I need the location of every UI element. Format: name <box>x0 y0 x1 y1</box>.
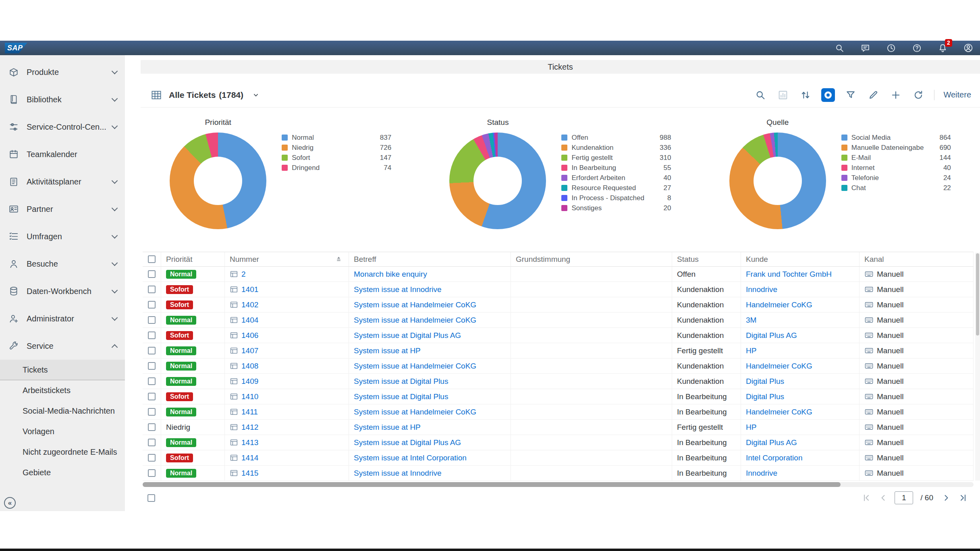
customer-link[interactable]: 3M <box>746 316 756 325</box>
legend-item-offen[interactable]: Offen 988 <box>561 133 671 143</box>
next-page-button[interactable] <box>941 492 952 503</box>
table-row-1402[interactable]: Sofort 1402 System issue at Handelmeier … <box>143 297 974 313</box>
sidebar-item-besuche[interactable]: Besuche <box>0 250 125 278</box>
table-row-1404[interactable]: Normal 1404 System issue at Handelmeier … <box>143 313 974 328</box>
customer-link[interactable]: Handelmeier CoKG <box>746 362 812 371</box>
table-row-1401[interactable]: Sofort 1401 System issue at Innodrive Ku… <box>143 282 974 297</box>
legend-item-in-bearbeitung[interactable]: In Bearbeitung 55 <box>561 163 671 173</box>
sidebar-item-produkte[interactable]: Produkte <box>0 58 125 86</box>
ticket-subject-link[interactable]: System issue at HP <box>354 423 421 432</box>
column-header-kanal[interactable]: Kanal <box>860 252 974 266</box>
customer-link[interactable]: Handelmeier CoKG <box>746 300 812 309</box>
customer-link[interactable]: Innodrive <box>746 469 777 478</box>
column-header-nummer[interactable]: Nummer <box>225 252 349 266</box>
sidebar-item-umfragen[interactable]: Umfragen <box>0 223 125 250</box>
ticket-number-link[interactable]: 1407 <box>241 346 258 355</box>
legend-item-e-mail[interactable]: E-Mail 144 <box>841 153 951 163</box>
sidebar-item-bibliothek[interactable]: Bibliothek <box>0 86 125 113</box>
ticket-subject-link[interactable]: System issue at Digital Plus <box>354 392 448 401</box>
page-input[interactable] <box>895 491 913 504</box>
sidebar-item-teamkalender[interactable]: Teamkalender <box>0 141 125 168</box>
sort-icon[interactable] <box>799 88 812 102</box>
ticket-number-link[interactable]: 2 <box>241 270 246 279</box>
sidebar-subitem-arbeitstickets[interactable]: Arbeitstickets <box>0 380 125 401</box>
legend-item-manuelle-dateneingabe[interactable]: Manuelle Dateneingabe 690 <box>841 143 951 153</box>
legend-item-sonstiges[interactable]: Sonstiges 20 <box>561 203 671 213</box>
table-row-1415[interactable]: Normal 1415 System issue at Innodrive In… <box>143 466 974 481</box>
legend-item-in-process-dispatched[interactable]: In Process - Dispatched 8 <box>561 193 671 203</box>
column-header-priorität[interactable]: Priorität <box>161 252 225 266</box>
legend-item-normal[interactable]: Normal 837 <box>282 133 391 143</box>
legend-item-niedrig[interactable]: Niedrig 726 <box>282 143 391 153</box>
sidebar-subitem-tickets[interactable]: Tickets <box>0 360 125 380</box>
refresh-icon[interactable] <box>911 88 925 102</box>
avatar-icon[interactable] <box>963 43 974 53</box>
sidebar-subitem-social-media-nachrichten[interactable]: Social-Media-Nachrichten <box>0 401 125 421</box>
legend-item-sofort[interactable]: Sofort 147 <box>282 153 391 163</box>
ticket-number-link[interactable]: 1413 <box>241 438 258 447</box>
column-header-grundstimmung[interactable]: Grundstimmung <box>511 252 672 266</box>
ticket-number-link[interactable]: 1415 <box>241 469 258 478</box>
table-row-1413[interactable]: Normal 1413 System issue at Digital Plus… <box>143 435 974 450</box>
customer-link[interactable]: Digital Plus AG <box>746 438 797 447</box>
ticket-subject-link[interactable]: System issue at Handelmeier CoKG <box>354 408 476 416</box>
more-button[interactable]: Weitere <box>943 90 971 99</box>
ticket-subject-link[interactable]: System issue at Innodrive <box>354 469 442 478</box>
ticket-subject-link[interactable]: System issue at Handelmeier CoKG <box>354 300 476 309</box>
row-checkbox[interactable] <box>148 286 156 293</box>
legend-item-kundenaktion[interactable]: Kundenaktion 336 <box>561 143 671 153</box>
view-selector-chevron-icon[interactable] <box>249 88 263 102</box>
legend-item-chat[interactable]: Chat 22 <box>841 183 951 193</box>
help-icon[interactable] <box>911 43 922 53</box>
customer-link[interactable]: Innodrive <box>746 285 777 294</box>
donut-chart-quelle[interactable] <box>729 133 826 229</box>
analytics-icon[interactable] <box>776 88 790 102</box>
ticket-number-link[interactable]: 1408 <box>241 362 258 371</box>
row-checkbox[interactable] <box>148 469 156 477</box>
row-checkbox[interactable] <box>148 454 156 462</box>
row-checkbox[interactable] <box>148 270 156 278</box>
legend-item-telefonie[interactable]: Telefonie 24 <box>841 173 951 183</box>
column-header-status[interactable]: Status <box>672 252 741 266</box>
table-row-1414[interactable]: Sofort 1414 System issue at Intel Corpor… <box>143 450 974 466</box>
row-checkbox[interactable] <box>148 362 156 370</box>
ticket-subject-link[interactable]: System issue at Handelmeier CoKG <box>354 316 476 325</box>
ticket-number-link[interactable]: 1411 <box>241 408 258 416</box>
first-page-button[interactable] <box>861 492 872 503</box>
column-header-kunde[interactable]: Kunde <box>741 252 860 266</box>
ticket-subject-link[interactable]: System issue at Digital Plus AG <box>354 438 461 447</box>
legend-item-dringend[interactable]: Dringend 74 <box>282 163 391 173</box>
customer-link[interactable]: HP <box>746 346 756 355</box>
ticket-number-link[interactable]: 1401 <box>241 285 258 294</box>
sidebar-item-service-control-cen[interactable]: Service-Control-Cen... <box>0 113 125 141</box>
table-row-1412[interactable]: Niedrig 1412 System issue at HP Fertig g… <box>143 420 974 435</box>
add-icon[interactable] <box>889 88 903 102</box>
legend-item-social-media[interactable]: Social Media 864 <box>841 133 951 143</box>
legend-item-fertig-gestellt[interactable]: Fertig gestellt 310 <box>561 153 671 163</box>
ticket-subject-link[interactable]: System issue at Handelmeier CoKG <box>354 362 476 371</box>
table-row-2[interactable]: Normal 2 Monarch bike enquiry Offen Fran… <box>143 267 974 282</box>
ticket-number-link[interactable]: 1410 <box>241 392 258 401</box>
row-checkbox[interactable] <box>148 439 156 446</box>
row-checkbox[interactable] <box>148 316 156 324</box>
sidebar-item-administrator[interactable]: Administrator <box>0 305 125 332</box>
ticket-subject-link[interactable]: System issue at Intel Corporation <box>354 454 467 462</box>
legend-item-internet[interactable]: Internet 40 <box>841 163 951 173</box>
ticket-subject-link[interactable]: System issue at HP <box>354 346 421 355</box>
row-checkbox[interactable] <box>148 301 156 309</box>
ticket-subject-link[interactable]: System issue at Digital Plus <box>354 377 448 386</box>
ticket-subject-link[interactable]: System issue at Innodrive <box>354 285 442 294</box>
last-page-button[interactable] <box>957 492 969 503</box>
table-row-1408[interactable]: Normal 1408 System issue at Handelmeier … <box>143 358 974 374</box>
footer-checkbox[interactable] <box>147 494 155 502</box>
row-checkbox[interactable] <box>148 393 156 400</box>
customer-link[interactable]: Intel Corporation <box>746 454 802 462</box>
sidebar-subitem-nicht-zugeordnete-e-mails[interactable]: Nicht zugeordnete E-Mails <box>0 442 125 462</box>
edit-icon[interactable] <box>866 88 880 102</box>
history-icon[interactable] <box>886 43 896 53</box>
ticket-subject-link[interactable]: System issue at Digital Plus AG <box>354 331 461 340</box>
column-header-betreff[interactable]: Betreff <box>349 252 511 266</box>
ticket-number-link[interactable]: 1412 <box>241 423 258 432</box>
ticket-number-link[interactable]: 1406 <box>241 331 258 340</box>
table-row-1411[interactable]: Normal 1411 System issue at Handelmeier … <box>143 404 974 420</box>
